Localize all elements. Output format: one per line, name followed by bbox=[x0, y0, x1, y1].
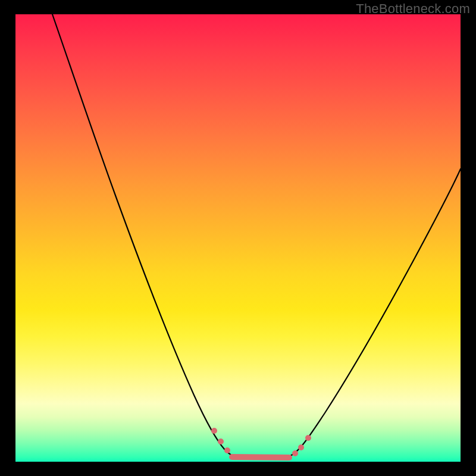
bottleneck-curve-line bbox=[52, 14, 461, 459]
marker-dot bbox=[292, 450, 298, 456]
marker-dot bbox=[224, 447, 230, 453]
marker-dot bbox=[298, 444, 304, 450]
marker-dot bbox=[218, 439, 224, 444]
chart-svg bbox=[15, 14, 461, 462]
watermark-text: TheBottleneck.com bbox=[356, 1, 470, 17]
chart-plot-area bbox=[15, 14, 461, 462]
marker-flat-line bbox=[232, 457, 289, 458]
marker-dot bbox=[211, 428, 217, 434]
marker-dot bbox=[305, 435, 311, 441]
